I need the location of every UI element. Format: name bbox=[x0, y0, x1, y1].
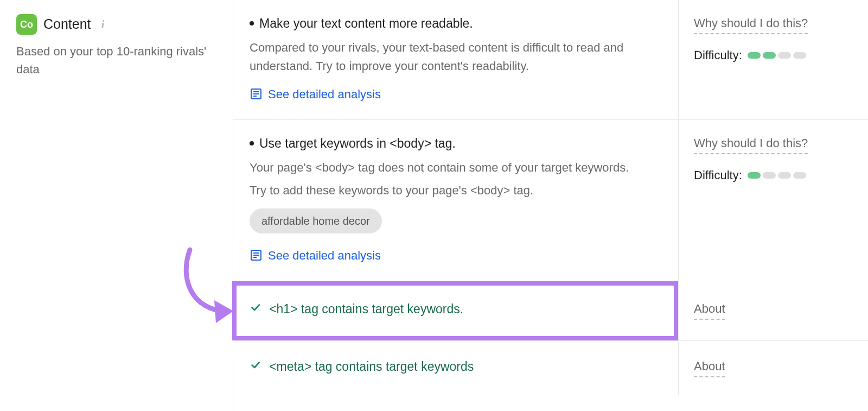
analysis-icon bbox=[250, 87, 263, 100]
detail-link-text: See detailed analysis bbox=[268, 246, 381, 264]
idea-row-side: About bbox=[678, 281, 868, 340]
check-icon bbox=[250, 359, 261, 371]
idea-row-main: Make your text content more readable. Co… bbox=[233, 0, 678, 119]
idea-description: Compared to your rivals, your text-based… bbox=[250, 39, 662, 75]
difficulty: Difficulty: bbox=[694, 46, 853, 64]
difficulty-label: Difficulty: bbox=[694, 166, 742, 184]
success-item: <h1> tag contains target keywords. bbox=[250, 300, 662, 319]
idea-row-side: Why should I do this? Difficulty: bbox=[678, 120, 868, 281]
idea-description: Your page's <body> tag does not contain … bbox=[250, 159, 662, 177]
info-icon[interactable]: i bbox=[98, 19, 108, 30]
sidebar-title: Content bbox=[43, 14, 91, 35]
idea-title-text: Use target keywords in <body> tag. bbox=[259, 136, 456, 150]
analysis-icon bbox=[250, 249, 263, 262]
idea-row-h1: <h1> tag contains target keywords. About bbox=[233, 281, 868, 341]
sidebar-header: Co Content i bbox=[16, 14, 216, 35]
idea-row-readability: Make your text content more readable. Co… bbox=[233, 0, 868, 120]
check-icon bbox=[250, 301, 261, 313]
difficulty-seg bbox=[793, 52, 806, 59]
bullet-icon bbox=[250, 141, 254, 146]
idea-row-side: Why should I do this? Difficulty: bbox=[678, 0, 868, 119]
difficulty-seg bbox=[748, 172, 761, 179]
detail-link-text: See detailed analysis bbox=[268, 85, 381, 103]
success-item: <meta> tag contains target keywords bbox=[250, 357, 662, 376]
sidebar-subtitle: Based on your top 10-ranking rivals' dat… bbox=[16, 42, 216, 78]
idea-row-main: Use target keywords in <body> tag. Your … bbox=[233, 120, 678, 281]
difficulty-seg bbox=[763, 52, 776, 59]
difficulty-seg bbox=[763, 172, 776, 179]
sidebar: Co Content i Based on your top 10-rankin… bbox=[0, 0, 233, 411]
main-content: Make your text content more readable. Co… bbox=[233, 0, 868, 411]
idea-row-main: <h1> tag contains target keywords. bbox=[233, 281, 678, 340]
difficulty-seg bbox=[793, 172, 806, 179]
idea-row-side: About bbox=[678, 341, 868, 395]
idea-row-body-keywords: Use target keywords in <body> tag. Your … bbox=[233, 120, 868, 281]
about-link[interactable]: About bbox=[694, 300, 725, 320]
difficulty-seg bbox=[778, 52, 791, 59]
keyword-pill[interactable]: affordable home decor bbox=[250, 208, 382, 233]
see-detailed-analysis-link[interactable]: See detailed analysis bbox=[250, 246, 381, 264]
idea-title-text: Make your text content more readable. bbox=[259, 16, 473, 30]
difficulty-bar bbox=[748, 52, 806, 59]
bullet-icon bbox=[250, 21, 254, 26]
idea-title: Use target keywords in <body> tag. bbox=[250, 134, 662, 153]
difficulty-label: Difficulty: bbox=[694, 46, 742, 64]
why-should-i-link[interactable]: Why should I do this? bbox=[694, 14, 808, 34]
about-link[interactable]: About bbox=[694, 357, 725, 377]
success-text: <h1> tag contains target keywords. bbox=[269, 302, 463, 316]
difficulty-seg bbox=[778, 172, 791, 179]
difficulty-seg bbox=[748, 52, 761, 59]
see-detailed-analysis-link[interactable]: See detailed analysis bbox=[250, 85, 381, 103]
content-badge: Co bbox=[16, 14, 37, 35]
idea-row-main: <meta> tag contains target keywords bbox=[233, 341, 678, 395]
difficulty: Difficulty: bbox=[694, 166, 853, 184]
idea-title: Make your text content more readable. bbox=[250, 14, 662, 33]
idea-description: Try to add these keywords to your page's… bbox=[250, 181, 662, 200]
idea-row-meta: <meta> tag contains target keywords Abou… bbox=[233, 341, 868, 395]
why-should-i-link[interactable]: Why should I do this? bbox=[694, 134, 808, 154]
difficulty-bar bbox=[748, 172, 806, 179]
success-text: <meta> tag contains target keywords bbox=[269, 359, 474, 374]
